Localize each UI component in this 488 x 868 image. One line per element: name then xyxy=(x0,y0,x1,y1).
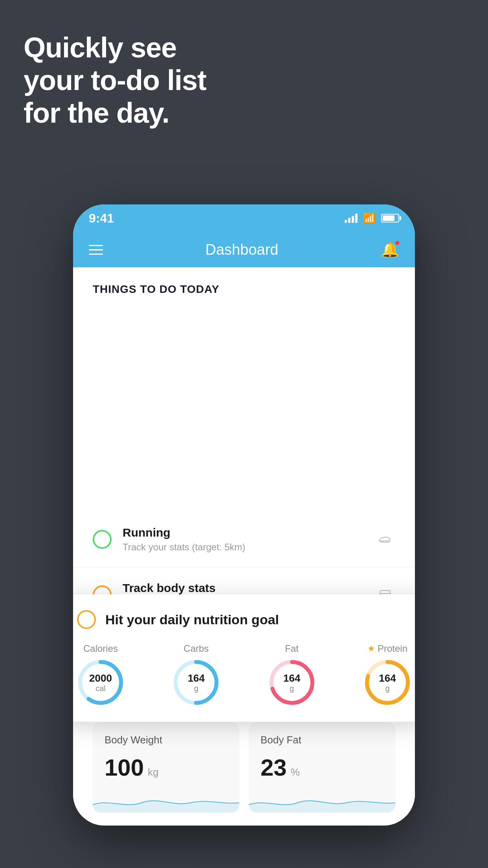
progress-card-title-0: Body Weight xyxy=(105,734,227,746)
todo-title-running: Running xyxy=(123,526,364,539)
todo-item-running[interactable]: Running Track your stats (target: 5km) xyxy=(73,512,415,567)
ring-calories: 2000 cal xyxy=(77,659,124,706)
notification-badge xyxy=(394,240,400,246)
nav-bar: Dashboard 🔔 xyxy=(73,232,415,267)
todo-text-running: Running Track your stats (target: 5km) xyxy=(123,526,364,553)
nutrition-item-calories: Calories 2000 cal xyxy=(77,643,124,706)
todo-subtitle-running: Track your stats (target: 5km) xyxy=(123,542,364,553)
menu-button[interactable] xyxy=(89,245,103,255)
hero-line3: for the day. xyxy=(24,97,206,129)
phone-shell: 9:41 📶 Dashboard 🔔 THINGS TO DO TODAY xyxy=(73,204,415,826)
progress-unit-1: % xyxy=(291,766,300,778)
ring-carbs: 164 g xyxy=(172,659,220,706)
progress-value-row-0: 100 kg xyxy=(105,754,227,781)
wifi-icon: 📶 xyxy=(363,212,376,224)
nutrition-radio[interactable] xyxy=(77,610,96,629)
progress-card-body-weight[interactable]: Body Weight 100 kg xyxy=(93,722,239,813)
nutrition-card-title: Hit your daily nutrition goal xyxy=(105,612,279,627)
phone-content: THINGS TO DO TODAY Hit your daily nutrit… xyxy=(73,267,415,826)
notification-button[interactable]: 🔔 xyxy=(381,241,399,258)
ring-protein: 164 g xyxy=(364,659,411,706)
progress-grid: Body Weight 100 kg Body Fat 23 % xyxy=(93,722,395,813)
todo-radio-running[interactable] xyxy=(93,530,112,549)
status-time: 9:41 xyxy=(89,211,114,226)
ring-fat: 164 g xyxy=(268,659,316,706)
progress-value-0: 100 xyxy=(105,754,144,781)
nutrition-item-protein: ★Protein 164 g xyxy=(364,643,411,706)
status-bar: 9:41 📶 xyxy=(73,204,415,232)
progress-chart-1 xyxy=(249,789,395,813)
progress-card-title-1: Body Fat xyxy=(261,734,383,746)
nutrition-item-carbs: Carbs 164 g xyxy=(172,643,220,706)
progress-value-1: 23 xyxy=(261,754,287,781)
hero-line1: Quickly see xyxy=(24,31,206,64)
progress-card-body-fat[interactable]: Body Fat 23 % xyxy=(249,722,395,813)
nutrition-grid: Calories 2000 cal Carbs 164 g Fat xyxy=(77,643,411,706)
things-section: THINGS TO DO TODAY xyxy=(73,267,415,303)
battery-icon xyxy=(381,214,399,223)
todo-title-body-stats: Track body stats xyxy=(123,581,364,595)
signal-icon xyxy=(345,213,358,223)
hero-line2: your to-do list xyxy=(24,64,206,97)
progress-chart-0 xyxy=(93,789,239,813)
status-icons: 📶 xyxy=(345,212,399,224)
todo-section: Hit your daily nutrition goal Calories 2… xyxy=(73,512,415,678)
todo-icon-running xyxy=(375,529,395,550)
progress-unit-0: kg xyxy=(148,766,158,778)
nav-title: Dashboard xyxy=(205,241,279,258)
progress-value-row-1: 23 % xyxy=(261,754,383,781)
nutrition-card-header: Hit your daily nutrition goal xyxy=(77,610,411,629)
hero-text: Quickly see your to-do list for the day. xyxy=(24,31,206,129)
things-today-heading: THINGS TO DO TODAY xyxy=(93,283,395,296)
nutrition-card: Hit your daily nutrition goal Calories 2… xyxy=(73,594,415,722)
nutrition-item-fat: Fat 164 g xyxy=(268,643,316,706)
